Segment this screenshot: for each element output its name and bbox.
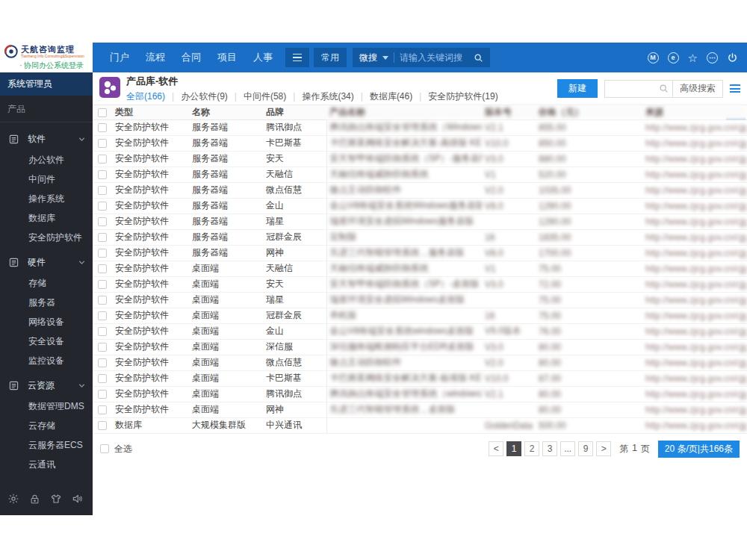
table-row[interactable]: 安全防护软件 服务器端 微点佰慧 微点主动防御软件 V2.0 1035.00 h… — [93, 182, 747, 198]
row-checkbox[interactable] — [98, 123, 107, 132]
table-row[interactable]: 数据库 大规模集群版 中兴通讯 GoldenData s... 500.00 h… — [93, 417, 747, 433]
page-button[interactable]: 1 — [506, 441, 521, 456]
category-tab[interactable]: 数据库(46) — [370, 90, 428, 103]
table-row[interactable]: 安全防护软件 服务器端 网神 先进三代智能管理系统，服务器版 V8.0 1700… — [93, 245, 747, 261]
more-circle-icon[interactable]: ⋯ — [707, 52, 718, 63]
new-button[interactable]: 新建 — [557, 79, 598, 98]
page-button[interactable]: ... — [560, 441, 575, 456]
apps-menu-button[interactable] — [285, 48, 309, 67]
sidebar-item[interactable]: 数据管理DMS — [0, 396, 93, 416]
table-row[interactable]: 安全防护软件 服务器端 冠群金辰 定制版 16 1835.00 http://w… — [93, 229, 747, 245]
list-view-icon[interactable] — [730, 84, 740, 93]
search-input[interactable] — [400, 52, 468, 63]
select-all-control[interactable]: 全选 — [100, 443, 132, 455]
frequent-button[interactable]: 常用 — [314, 48, 347, 67]
row-checkbox[interactable] — [98, 186, 107, 195]
sidebar-item[interactable]: 云通讯 — [0, 455, 93, 474]
sidebar-item[interactable]: 云存储 — [0, 416, 93, 435]
page-button[interactable]: < — [489, 441, 503, 456]
category-tab[interactable]: 办公软件(9) — [181, 90, 244, 103]
m-circle-icon[interactable]: M — [648, 52, 659, 63]
row-checkbox[interactable] — [98, 421, 107, 430]
page-button[interactable]: 2 — [524, 441, 539, 456]
advanced-search-button[interactable]: 高级搜索 — [672, 81, 722, 97]
column-header[interactable]: 类型 — [112, 105, 189, 119]
sidebar-item[interactable]: 操作系统 — [0, 189, 93, 208]
row-checkbox[interactable] — [98, 155, 107, 164]
row-checkbox[interactable] — [98, 311, 107, 320]
table-row[interactable]: 安全防护软件 服务器端 天融信 天融信终端威胁防御系统 V1 520.00 ht… — [93, 167, 747, 182]
e-circle-icon[interactable]: e — [668, 52, 679, 63]
category-tab[interactable]: 全部(166) — [126, 90, 181, 103]
column-header[interactable]: 名称 — [189, 105, 263, 119]
chevron-down-icon[interactable] — [382, 56, 388, 60]
page-button[interactable]: 3 — [542, 441, 557, 456]
table-row[interactable]: 安全防护软件 桌面端 微点佰慧 微点主动防御软件 V2.0 80.00 http… — [93, 355, 747, 370]
page-button[interactable]: 9 — [578, 441, 593, 456]
search-icon[interactable] — [474, 53, 483, 63]
row-checkbox[interactable] — [98, 327, 107, 336]
table-row[interactable]: 安全防护软件 桌面端 深信服 深信服终端检测响应平台EDR桌面版 V3.0 80… — [93, 339, 747, 355]
table-search-input[interactable] — [605, 84, 659, 94]
row-checkbox[interactable] — [98, 249, 107, 258]
row-checkbox[interactable] — [98, 139, 107, 148]
sidebar-item[interactable]: 办公软件 — [0, 150, 93, 169]
sidebar-item[interactable]: 软件 — [0, 128, 93, 150]
sidebar-item[interactable]: 网络设备 — [0, 312, 93, 332]
category-tab[interactable]: 中间件(58) — [244, 90, 302, 103]
row-checkbox[interactable] — [98, 343, 107, 352]
row-checkbox[interactable] — [98, 202, 107, 211]
sidebar-item[interactable]: 监控设备 — [0, 351, 93, 370]
sidebar-item[interactable]: 云服务器ECS — [0, 435, 93, 455]
column-header[interactable]: 产品名称 — [326, 105, 482, 119]
table-row[interactable]: 安全防护软件 桌面端 瑞星 瑞星环境安全虚拟Windows桌面版 75.00 h… — [93, 292, 747, 308]
table-row[interactable]: 安全防护软件 桌面端 网神 先进三代智能管理系统，桌面版 80.00 http:… — [93, 402, 747, 417]
column-header[interactable]: 品牌 — [263, 105, 326, 119]
table-row[interactable]: 安全防护软件 桌面端 卡巴斯基 卡巴斯基网络安全解决方案-标准版 KES V10… — [93, 370, 747, 386]
row-checkbox[interactable] — [98, 358, 107, 367]
table-row[interactable]: 安全防护软件 桌面端 腾讯御点 腾讯御点终端安全管理系统（windows版）- … — [93, 386, 747, 402]
sidebar-item[interactable]: 云资源 — [0, 374, 93, 396]
table-row[interactable]: 安全防护软件 服务器端 金山 金山V8终端安全系统Windows服务器版 V8.… — [93, 198, 747, 214]
nav-item[interactable]: 项目 — [217, 51, 237, 64]
power-icon[interactable] — [727, 52, 738, 63]
sidebar-item[interactable]: 中间件 — [0, 169, 93, 189]
sidebar-item[interactable]: 服务器 — [0, 293, 93, 312]
table-row[interactable]: 安全防护软件 服务器端 腾讯御点 腾讯御点终端安全管理系统（Windows版） … — [93, 119, 747, 135]
row-checkbox[interactable] — [98, 374, 107, 383]
category-tab[interactable]: 操作系统(34) — [302, 90, 369, 103]
nav-item[interactable]: 流程 — [146, 51, 165, 64]
row-checkbox[interactable] — [98, 296, 107, 305]
table-row[interactable]: 安全防护软件 服务器端 卡巴斯基 卡巴斯基网络安全解决方案-高级版 KESB V… — [93, 135, 747, 151]
sidebar-item[interactable]: 硬件 — [0, 251, 93, 273]
page-button[interactable]: > — [596, 441, 611, 456]
sidebar-item[interactable]: 安全防护软件 — [0, 228, 93, 247]
row-checkbox[interactable] — [98, 405, 107, 414]
row-checkbox[interactable] — [98, 390, 107, 399]
nav-item[interactable]: 合同 — [182, 51, 201, 64]
column-header[interactable]: 价格（元） — [536, 105, 642, 119]
logo[interactable]: 天航咨询监理 Tianhang Info Consulting&Supervis… — [0, 43, 93, 72]
table-row[interactable]: 安全防护软件 桌面端 安天 安天智甲终端防御系统（SP）-桌面版 V3.0 72… — [93, 276, 747, 292]
star-icon[interactable]: ☆ — [688, 52, 698, 63]
theme-shirt-icon[interactable] — [50, 493, 62, 505]
sidebar-item[interactable]: 安全设备 — [0, 332, 93, 351]
row-checkbox[interactable] — [98, 233, 107, 242]
category-tab[interactable]: 安全防护软件(19) — [428, 90, 498, 103]
table-row[interactable]: 安全防护软件 桌面端 金山 金山V8终端安全系统windows桌面版 V9.0版… — [93, 323, 747, 339]
speaker-icon[interactable] — [72, 493, 84, 505]
select-all-checkbox[interactable] — [98, 108, 107, 117]
sidebar-item[interactable]: 存储 — [0, 273, 93, 293]
current-page-number[interactable]: 1 — [632, 443, 637, 455]
table-row[interactable]: 安全防护软件 服务器端 安天 安天智甲终端防御系统（SP）-服务器版 V3.0 … — [93, 151, 747, 167]
table-row[interactable]: 安全防护软件 服务器端 瑞星 瑞星环境安全虚拟Windows服务器版 1290.… — [93, 214, 747, 229]
column-header[interactable]: 版本号 — [482, 105, 536, 119]
row-checkbox[interactable] — [98, 280, 107, 289]
table-row[interactable]: 安全防护软件 桌面端 冠群金辰 单机版 16 75.00 http://www.… — [93, 308, 747, 323]
gear-icon[interactable] — [7, 493, 19, 505]
search-scope-label[interactable]: 微搜 — [359, 52, 377, 64]
lock-icon[interactable] — [29, 494, 40, 505]
row-checkbox[interactable] — [98, 264, 107, 273]
nav-item[interactable]: 人事 — [253, 51, 273, 64]
search-icon[interactable] — [659, 84, 669, 93]
